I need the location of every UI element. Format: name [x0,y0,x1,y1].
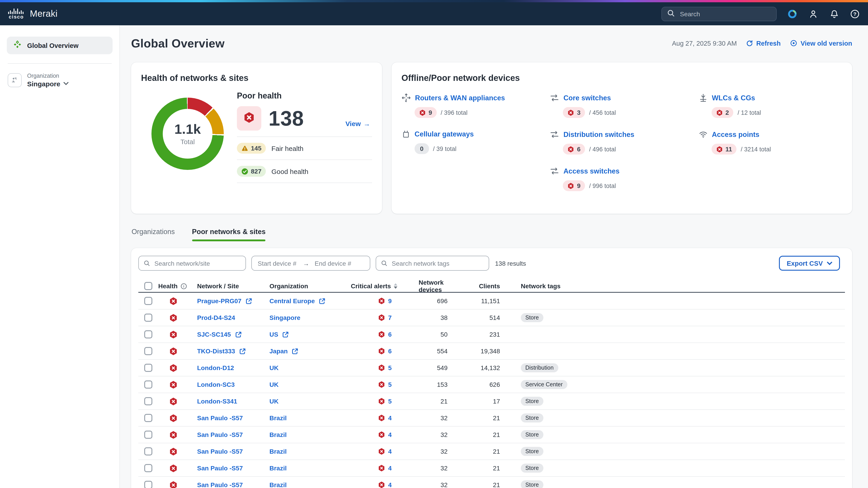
row-checkbox[interactable] [144,297,152,305]
organization-link[interactable]: UK [270,364,278,371]
network-site-search[interactable] [138,256,246,271]
organization-link[interactable]: Brazil [270,431,287,438]
organization-switcher[interactable]: Organization Singapore [7,73,113,88]
network-site-link[interactable]: San Paulo -S57 [197,448,243,455]
organization-link[interactable]: Singapore [270,314,301,321]
external-link-icon[interactable] [246,297,252,304]
device-category-link[interactable]: Core switches [563,94,611,102]
device-total-text: / 496 total [589,146,616,153]
tab-organizations[interactable]: Organizations [131,228,175,241]
sort-icon[interactable] [394,283,397,289]
critical-alerts-link[interactable]: 9 [388,297,392,304]
critical-alerts-link[interactable]: 4 [388,481,392,488]
external-link-icon[interactable] [292,348,299,355]
row-checkbox[interactable] [144,464,152,472]
critical-alerts-link[interactable]: 4 [388,464,392,472]
network-site-link[interactable]: SJC-SC145 [197,331,231,338]
critical-hexagon-icon [378,297,385,304]
critical-alerts-link[interactable]: 6 [388,348,392,355]
notifications-icon[interactable] [829,9,839,19]
start-device-input[interactable] [257,259,298,267]
row-checkbox[interactable] [144,314,152,322]
network-tags-search[interactable] [376,256,489,271]
critical-count-badge: 9 [563,180,585,191]
device-category-link[interactable]: Access points [712,130,759,138]
critical-alerts-link[interactable]: 5 [388,364,392,371]
search-input[interactable] [679,10,771,18]
organization-link[interactable]: Brazil [270,464,287,472]
view-poor-networks-link[interactable]: View → [345,120,372,127]
network-devices-count: 696 [418,297,464,304]
row-checkbox[interactable] [144,397,152,405]
network-tags-search-input[interactable] [391,259,484,267]
device-category-link[interactable]: WLCs & CGs [712,94,755,102]
external-link-icon[interactable] [239,348,246,355]
organization-link[interactable]: UK [270,381,278,388]
critical-alerts-link[interactable]: 5 [388,398,392,405]
tab-poor-networks-sites[interactable]: Poor networks & sites [192,228,266,241]
network-site-link[interactable]: San Paulo -S57 [197,464,243,472]
view-old-version-button[interactable]: View old version [790,39,852,47]
row-checkbox[interactable] [144,431,152,439]
row-checkbox[interactable] [144,381,152,389]
external-link-icon[interactable] [282,331,289,338]
critical-hexagon-icon [169,330,178,339]
help-icon[interactable]: ? [850,9,860,19]
row-checkbox[interactable] [144,447,152,455]
network-site-link[interactable]: London-SC3 [197,381,235,388]
network-site-link[interactable]: TKO-Dist333 [197,348,235,355]
row-checkbox[interactable] [144,414,152,422]
clients-count: 21 [464,431,514,438]
poor-health-icon [243,111,255,123]
row-checkbox[interactable] [144,481,152,488]
row-checkbox[interactable] [144,347,152,355]
organization-link[interactable]: Brazil [270,481,287,488]
device-category-link[interactable]: Distribution switches [563,130,634,138]
organization-link[interactable]: Japan [270,348,288,355]
export-csv-button[interactable]: Export CSV [779,256,840,271]
meraki-logo[interactable]: cisco Meraki [8,8,57,20]
critical-alerts-link[interactable]: 4 [388,431,392,438]
critical-hexagon-icon [419,109,426,116]
devices-col-2: Core switches 3/ 456 totalDistribution s… [550,93,694,203]
external-link-icon[interactable] [235,331,242,338]
router-icon [401,93,411,103]
info-icon[interactable]: i [180,283,187,289]
critical-hexagon-icon [378,414,385,422]
network-site-link[interactable]: London-S341 [197,398,237,405]
critical-alerts-link[interactable]: 4 [388,448,392,455]
network-site-link[interactable]: Prague-PRG07 [197,297,241,304]
critical-alerts-link[interactable]: 5 [388,381,392,388]
select-all-checkbox[interactable] [144,282,152,290]
row-checkbox[interactable] [144,364,152,372]
network-site-link[interactable]: San Paulo -S57 [197,414,243,422]
device-range-filter[interactable]: → [251,256,370,271]
row-checkbox[interactable] [144,330,152,338]
network-site-link[interactable]: San Paulo -S57 [197,431,243,438]
organization-link[interactable]: Brazil [270,414,287,422]
row-health-status [158,330,188,339]
sidebar-item-global-overview[interactable]: Global Overview [7,37,113,54]
global-search[interactable] [661,6,777,21]
refresh-button[interactable]: Refresh [746,39,781,47]
organization-link[interactable]: Central Europe [270,297,315,304]
external-link-icon[interactable] [319,297,326,304]
critical-alerts-link[interactable]: 4 [388,414,392,422]
row-health-status [158,347,188,355]
critical-alerts-link[interactable]: 6 [388,331,392,338]
network-site-link[interactable]: San Paulo -S57 [197,481,243,488]
organization-link[interactable]: US [270,331,278,338]
network-site-link[interactable]: London-D12 [197,364,234,371]
account-icon[interactable] [808,9,818,19]
network-site-search-input[interactable] [153,259,241,267]
device-category-link[interactable]: Access switches [563,167,620,175]
svg-text:i: i [183,284,184,288]
organization-link[interactable]: Brazil [270,448,287,455]
end-device-input[interactable] [314,259,355,267]
organization-link[interactable]: UK [270,398,278,405]
device-category-link[interactable]: Cellular gateways [414,130,474,138]
critical-alerts-link[interactable]: 7 [388,314,392,321]
network-site-link[interactable]: Prod-D4-S24 [197,314,235,321]
meraki-insight-icon[interactable] [787,9,798,19]
device-category-link[interactable]: Routers & WAN appliances [415,94,505,102]
